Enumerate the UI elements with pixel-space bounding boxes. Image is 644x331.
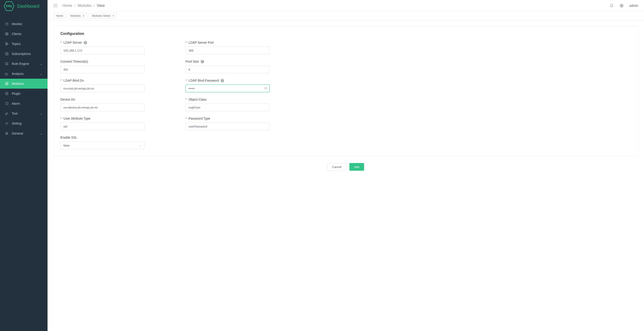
sidebar-item-label: Setting	[12, 122, 22, 125]
field-user-attr-type: *User Attribute Type	[60, 117, 175, 130]
sidebar-item-subscriptions[interactable]: Subscriptions	[0, 49, 48, 59]
sidebar-item-monitor[interactable]: Monitor	[0, 19, 48, 29]
breadcrumb-home[interactable]: Home	[62, 3, 72, 8]
tag-label: Home	[56, 14, 63, 17]
setting-icon	[5, 122, 8, 125]
svg-rect-4	[7, 33, 8, 34]
bell-icon[interactable]	[610, 3, 614, 8]
svg-point-12	[8, 63, 8, 63]
label-user-attr-type: User Attribute Type	[63, 117, 90, 120]
close-icon[interactable]: ✕	[82, 14, 85, 17]
main: Home / Modules / View admin HomeModules✕…	[48, 0, 644, 331]
breadcrumb-modules[interactable]: Modules	[78, 3, 91, 8]
input-bind-password[interactable]	[186, 84, 270, 92]
sidebar-menu: MonitorClientsTopicsSubscriptionsRule En…	[0, 12, 48, 138]
label-ldap-server: LDAP Server	[63, 41, 82, 44]
required-mark: *	[186, 98, 187, 101]
topics-icon	[5, 42, 8, 46]
tag-modules[interactable]: Modules✕	[68, 13, 87, 18]
sidebar-item-setting[interactable]: Setting	[0, 118, 48, 128]
sidebar-item-general[interactable]: General⌄	[0, 128, 48, 138]
tag-label: Modules	[70, 14, 80, 17]
analysis-icon	[5, 72, 8, 75]
sidebar-item-label: Tool	[12, 112, 18, 115]
svg-rect-9	[7, 43, 8, 44]
help-icon[interactable]: ?	[221, 79, 224, 82]
sidebar-item-label: Rule Engine	[12, 62, 29, 65]
help-icon[interactable]: ?	[84, 41, 87, 44]
eye-icon[interactable]	[264, 86, 268, 91]
topbar: Home / Modules / View admin	[48, 0, 644, 11]
sidebar-item-rule-engine[interactable]: Rule Engine⌄	[0, 59, 48, 69]
sidebar-item-modules[interactable]: Modules	[0, 79, 48, 89]
content: Configuration *LDAP Server? *LDAP Server…	[48, 20, 644, 331]
chevron-down-icon: ⌄	[40, 72, 42, 75]
field-password-type: *Password Type	[186, 117, 300, 130]
input-ldap-port[interactable]	[186, 46, 270, 54]
hamburger-icon[interactable]	[54, 4, 58, 7]
breadcrumb-sep: /	[94, 3, 94, 8]
sidebar: EMQ Dashboard MonitorClientsTopicsSubscr…	[0, 0, 48, 331]
field-connect-timeout: Connect Timeout(s)	[60, 60, 175, 73]
svg-rect-6	[7, 34, 8, 35]
select-value: false	[63, 144, 70, 147]
sidebar-item-analysis[interactable]: Analysis⌄	[0, 69, 48, 79]
general-icon	[5, 132, 8, 135]
svg-rect-3	[6, 33, 6, 34]
plugin-icon	[5, 92, 8, 95]
svg-text:EMQ: EMQ	[6, 4, 12, 8]
sidebar-item-tool[interactable]: Tool⌄	[0, 108, 48, 118]
input-user-attr-type[interactable]	[60, 123, 144, 130]
rule-icon	[5, 62, 8, 65]
sidebar-item-alarm[interactable]: Alarm	[0, 99, 48, 108]
cancel-button[interactable]: Cancel	[328, 163, 346, 171]
input-connect-timeout[interactable]	[60, 65, 144, 73]
select-enable-ssl[interactable]: false ⌄	[60, 142, 144, 149]
input-password-type[interactable]	[186, 123, 270, 130]
sidebar-item-plugin[interactable]: Plugin	[0, 89, 48, 99]
input-pool-size[interactable]	[186, 65, 270, 73]
sidebar-item-label: Clients	[12, 32, 22, 36]
input-device-dn[interactable]	[60, 104, 144, 111]
tag-label: Modules Select	[92, 14, 110, 17]
svg-point-11	[6, 63, 6, 63]
sidebar-item-label: Alarm	[12, 102, 20, 105]
field-enable-ssl: Enable SSL false ⌄	[60, 136, 175, 149]
breadcrumb-current: View	[97, 3, 104, 8]
globe-icon[interactable]	[620, 3, 624, 8]
required-mark: *	[60, 117, 62, 120]
breadcrumb-sep: /	[74, 3, 75, 8]
field-object-class: *Object Class	[186, 98, 300, 111]
tag-modules-select[interactable]: Modules Select✕	[90, 13, 117, 18]
label-connect-timeout: Connect Timeout(s)	[60, 60, 88, 63]
close-icon[interactable]: ✕	[112, 14, 114, 17]
required-mark: *	[60, 79, 62, 82]
sidebar-title: Dashboard	[17, 3, 39, 9]
label-bind-dn: LDAP Bind Dn	[63, 79, 84, 82]
input-bind-dn[interactable]	[60, 84, 144, 92]
field-ldap-port: *LDAP Server Port	[186, 41, 300, 54]
required-mark: *	[186, 79, 187, 82]
sidebar-item-label: General	[12, 132, 23, 135]
svg-rect-8	[6, 44, 6, 45]
sidebar-item-clients[interactable]: Clients	[0, 29, 48, 39]
user-name[interactable]: admin	[630, 4, 638, 7]
sidebar-item-label: Monitor	[12, 22, 22, 26]
input-object-class[interactable]	[186, 104, 270, 111]
actions: Cancel Add	[54, 163, 638, 171]
svg-point-13	[6, 64, 6, 65]
sidebar-item-topics[interactable]: Topics	[0, 39, 48, 49]
field-bind-password: *LDAP Bind Password?	[186, 79, 300, 92]
sidebar-item-label: Subscriptions	[12, 52, 31, 56]
help-icon[interactable]: ?	[201, 60, 204, 63]
add-button[interactable]: Add	[350, 163, 364, 171]
logo-icon: EMQ	[4, 1, 14, 11]
tag-home[interactable]: Home	[54, 13, 66, 18]
chevron-down-icon: ⌄	[40, 132, 42, 135]
svg-rect-7	[6, 42, 6, 43]
label-enable-ssl: Enable SSL	[60, 136, 77, 139]
input-ldap-server[interactable]	[60, 46, 144, 54]
gauge-icon	[5, 22, 8, 26]
svg-point-14	[8, 64, 8, 65]
svg-rect-17	[6, 84, 6, 85]
